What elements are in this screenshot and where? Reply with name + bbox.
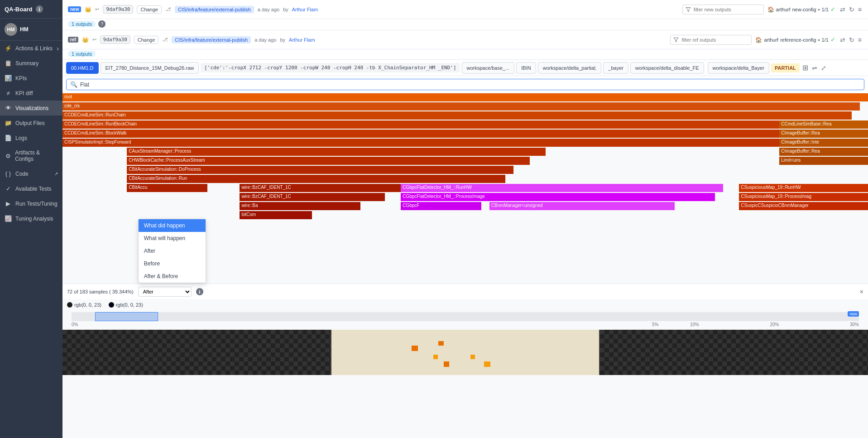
close-button[interactable]: ×: [860, 288, 863, 295]
sidebar-label-run-tests-tuning: Run Tests/Tuning: [15, 201, 58, 207]
tab-bayer[interactable]: _bayer: [603, 62, 628, 74]
filter-new-input[interactable]: [682, 5, 764, 14]
sidebar-label-kpis: KPIs: [15, 75, 27, 82]
time-new: a day ago: [258, 7, 279, 12]
samples-text: 72 of 183 samples ( 39.344%): [67, 289, 134, 294]
commit-hash-new: 9daf9a30: [103, 5, 133, 14]
tuning-analysis-icon: 📈: [5, 215, 12, 222]
flame-bar[interactable]: CSuspiciousMap_19::RunHW: [739, 184, 868, 192]
commit-hash-ref: 9daf9a30: [100, 35, 130, 44]
menu-icon-new[interactable]: ≡: [857, 5, 863, 14]
flame-bar[interactable]: CSuspiciousMap_19::ProcessImag: [739, 193, 868, 201]
sidebar-item-run-tests-tuning[interactable]: ▶ Run Tests/Tuning: [0, 196, 62, 211]
sidebar-item-logs[interactable]: 📄 Logs: [0, 130, 62, 145]
sidebar-item-code[interactable]: { } Code ↗: [0, 166, 62, 181]
sidebar-item-summary[interactable]: 📋 Summary: [0, 56, 62, 71]
mode-container: What did happen What will happen After B…: [138, 287, 192, 297]
search-bar: 🔍: [62, 76, 868, 93]
sidebar-item-artifacts-configs[interactable]: ⚙ Artifacts & Configs: [0, 145, 62, 166]
mode-select[interactable]: What did happen What will happen After B…: [138, 287, 192, 297]
sidebar-item-output-files[interactable]: 📁 Output Files: [0, 116, 62, 130]
check-icon-new: ✓: [830, 6, 835, 13]
flame-bar[interactable]: CAuxStreamManager::Process: [127, 148, 546, 156]
flame-bar[interactable]: wire::BzCAF_IDENT_1C: [240, 193, 384, 201]
flame-bar[interactable]: CGbpcFlatDetector_HM_::ProcessImage: [401, 193, 715, 201]
flame-bar[interactable]: CBitAccu: [127, 184, 207, 192]
tab-ibin[interactable]: IBIN: [516, 62, 536, 74]
flame-bar[interactable]: CSuspicCSuspicioCBnmManager: [739, 202, 868, 210]
tab-workspace-delta-bayer[interactable]: workspace/delta_Bayer: [708, 62, 769, 74]
crown-icon-ref: 👑: [82, 37, 89, 43]
sidebar-item-available-tests[interactable]: ✓ Available Tests: [0, 181, 62, 196]
branch-tag-ref: CIS/infra/feature/external-publish: [172, 36, 251, 43]
dropdown-item-3[interactable]: Before: [139, 257, 206, 270]
flame-bar[interactable]: CBitAccurateSimulation::Run: [127, 175, 505, 183]
menu-icon-ref[interactable]: ≡: [857, 35, 863, 44]
filter-ref-input[interactable]: [670, 35, 752, 45]
flame-bar[interactable]: CBnmManager<unsigned: [489, 202, 675, 210]
search-input[interactable]: [80, 82, 860, 88]
dropdown-item-0[interactable]: What did happen: [139, 219, 206, 232]
available-tests-icon: ✓: [5, 185, 12, 192]
branch-icon: ⎇: [165, 6, 171, 12]
sync-icon-new[interactable]: ⇄: [839, 5, 846, 14]
sync-icon-ref[interactable]: ⇄: [839, 35, 846, 44]
legend-item-1: rgb(0, 0, 23): [109, 302, 143, 308]
pct-30: 30%: [850, 322, 859, 327]
image-section-right: [600, 330, 868, 375]
swap-icon[interactable]: ⇌: [811, 63, 818, 72]
tab-workspace-delta-disable[interactable]: workspace/delta_disable_FE: [630, 62, 704, 74]
sidebar-item-visualizations[interactable]: 👁 Visualizations: [0, 101, 62, 116]
flame-bar[interactable]: cde_cis: [62, 102, 860, 111]
minimap-bar: new: [72, 312, 859, 321]
flame-bar[interactable]: wire::Ba: [240, 202, 360, 210]
time-ref: a day ago: [254, 37, 276, 43]
minimap-indicator[interactable]: [95, 312, 158, 321]
help-icon-new[interactable]: ?: [98, 20, 106, 28]
author-link-ref[interactable]: Arthur Flam: [289, 37, 315, 43]
flame-bar[interactable]: CGbpcFlatDetector_HM_::RunHW: [401, 184, 723, 192]
flame-bar[interactable]: CCDECmdLineSim::RunChain: [62, 111, 852, 120]
flame-bar[interactable]: wire::BzCAF_IDENT_1C: [240, 184, 401, 192]
flame-bar[interactable]: CImageBuffer::Rea: [779, 148, 868, 156]
flame-bar[interactable]: Limit<uns: [779, 157, 868, 165]
legend-label-0: rgb(0, 0, 23): [74, 302, 101, 308]
info-icon-flamegraph[interactable]: ℹ: [196, 288, 203, 295]
flame-bar[interactable]: CCDECmdLineSim::RunBlockChain: [62, 120, 844, 129]
change-button-ref[interactable]: Change: [134, 36, 159, 44]
flame-bar[interactable]: CBitAccurateSimulation::DoProcess: [127, 166, 513, 174]
expand-icon[interactable]: ⤢: [820, 63, 827, 72]
tab-workspace-base[interactable]: workspace/base_...: [462, 62, 515, 74]
dropdown-item-1[interactable]: What will happen: [139, 232, 206, 245]
visualizations-icon: 👁: [5, 105, 12, 111]
sidebar-item-tuning-analysis[interactable]: 📈 Tuning Analysis: [0, 211, 62, 226]
flame-bar[interactable]: root: [62, 93, 868, 101]
sidebar-item-kpis[interactable]: 📊 KPIs: [0, 71, 62, 86]
pct-10: 10%: [690, 322, 699, 327]
sidebar-item-actions-links[interactable]: ⚡ Actions & Links: [0, 41, 62, 56]
dropdown-item-4[interactable]: After & Before: [139, 270, 206, 283]
flame-bar[interactable]: CGbpcF: [401, 202, 481, 210]
author-link-new[interactable]: Arthur Flam: [292, 7, 318, 12]
sidebar-item-kpi-diff[interactable]: ≠ KPI diff: [0, 86, 62, 101]
refresh-icon-new[interactable]: ↻: [848, 5, 855, 14]
flame-bar[interactable]: CISPSimulatorImpl::StepForward: [62, 139, 828, 147]
change-button-new[interactable]: Change: [137, 5, 162, 14]
grid-icon[interactable]: ⊞: [801, 63, 809, 73]
config-info-ref: 🏠 arthurf reference-config • 1/1 ✓: [755, 36, 835, 43]
sidebar-label-kpi-diff: KPI diff: [15, 90, 33, 96]
tab-eit[interactable]: EIT_2780_Distance_15M_Debug26.raw: [101, 62, 199, 74]
tab-id[interactable]: 00.HM1.D: [66, 62, 99, 74]
dropdown-item-2[interactable]: After: [139, 245, 206, 257]
flame-bar[interactable]: CImageBuffer::Rea: [779, 130, 868, 138]
flame-bar[interactable]: CCDECmdLineSim::BlockWalk: [62, 130, 836, 138]
flame-bar[interactable]: CCmdLineSimBase::Rea: [779, 120, 868, 129]
refresh-icon-ref[interactable]: ↻: [848, 35, 855, 44]
info-icon[interactable]: ℹ: [36, 5, 43, 13]
sidebar: QA-Board ℹ HM HM ⚡ Actions & Links 📋 Sum…: [0, 0, 62, 438]
img-dot-3: [438, 341, 444, 346]
flame-bar[interactable]: CHWBlockCache::ProcessAuxStream: [127, 157, 530, 165]
flame-bar[interactable]: bitCom: [240, 211, 312, 219]
flame-bar[interactable]: CImageBuffer::Inte: [779, 139, 868, 147]
tab-workspace-delta-partial[interactable]: workspace/delta_partial;: [538, 62, 602, 74]
